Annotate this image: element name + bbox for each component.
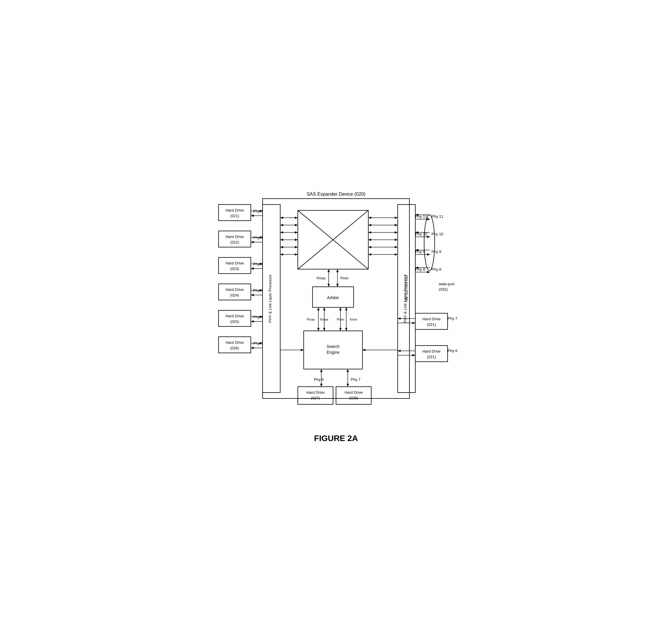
svg-text:Phy 8: Phy 8 [415,267,425,272]
svg-text:Arbiter: Arbiter [327,295,339,300]
svg-text:(028): (028) [349,396,358,400]
svg-rect-132 [415,313,448,329]
svg-marker-28 [323,307,326,310]
svg-text:Phy 11: Phy 11 [431,214,443,218]
svg-text:Hard Drive: Hard Drive [225,208,244,212]
svg-text:Kmin: Kmin [350,318,357,321]
svg-marker-61 [251,267,254,270]
svg-marker-75 [260,316,263,318]
svg-text:Hard Drive: Hard Drive [306,390,325,395]
svg-marker-59 [260,263,263,265]
svg-marker-45 [251,214,254,217]
svg-marker-176 [395,239,398,241]
svg-text:Pmax: Pmax [317,276,326,280]
svg-marker-149 [295,216,298,219]
svg-marker-179 [395,246,398,248]
svg-rect-6 [298,210,368,269]
svg-text:Phy 6: Phy 6 [448,349,457,353]
svg-text:Hard Drive: Hard Drive [422,317,440,321]
svg-marker-171 [368,224,371,226]
svg-text:(032): (032) [439,287,448,291]
svg-marker-152 [295,224,298,226]
svg-marker-112 [415,231,418,234]
svg-text:Pmin: Pmin [340,276,348,280]
svg-marker-155 [295,231,298,234]
svg-marker-144 [398,350,401,352]
svg-text:Phy 3: Phy 3 [253,288,263,293]
svg-marker-156 [280,231,283,234]
svg-text:Kmax: Kmax [320,318,329,321]
svg-point-128 [424,215,435,271]
svg-rect-101 [336,387,371,404]
svg-marker-150 [280,216,283,219]
svg-text:Hard Drive: Hard Drive [225,314,244,318]
svg-text:(023): (023) [230,266,239,271]
svg-text:Hard Drive: Hard Drive [225,234,244,239]
svg-text:(026): (026) [230,346,239,350]
svg-rect-98 [298,387,333,404]
svg-marker-85 [251,347,254,349]
svg-marker-173 [395,231,398,234]
svg-text:(027): (027) [311,396,320,400]
svg-marker-32 [339,307,342,310]
svg-marker-153 [280,224,283,226]
svg-text:Phy 9: Phy 9 [415,250,425,254]
svg-marker-53 [251,241,254,243]
svg-marker-15 [328,284,330,287]
svg-marker-170 [395,224,398,226]
svg-marker-23 [317,328,319,331]
svg-text:Phy 5: Phy 5 [253,341,263,346]
svg-text:Phy 11: Phy 11 [415,214,427,218]
svg-marker-106 [415,214,418,216]
svg-text:Engine: Engine [327,350,339,355]
svg-marker-164 [295,253,298,256]
svg-marker-31 [339,328,342,331]
svg-marker-24 [317,307,319,310]
svg-marker-96 [346,369,349,372]
svg-text:Hard Drive: Hard Drive [225,340,244,345]
svg-text:wide-port: wide-port [438,282,455,286]
svg-marker-118 [415,249,418,251]
svg-marker-77 [251,320,254,323]
svg-text:(024): (024) [230,293,239,297]
svg-rect-46 [218,231,251,247]
svg-marker-182 [395,253,398,256]
svg-text:Phy 1: Phy 1 [253,235,263,240]
svg-rect-38 [218,205,251,221]
svg-text:Phy 10: Phy 10 [431,232,443,236]
svg-rect-9 [312,287,354,307]
svg-text:Pmax: Pmax [307,318,315,321]
svg-text:(021): (021) [427,322,436,327]
svg-marker-146 [412,354,415,356]
svg-marker-126 [427,271,430,273]
svg-rect-11 [304,331,362,369]
svg-marker-159 [280,239,283,241]
svg-marker-36 [345,307,347,310]
svg-marker-158 [295,239,298,241]
svg-marker-83 [260,342,263,344]
svg-marker-69 [251,294,254,296]
svg-marker-27 [323,328,326,331]
svg-marker-87 [301,349,304,351]
svg-text:Phy 7: Phy 7 [351,377,360,382]
svg-rect-0 [263,199,409,398]
svg-text:PHY & Link Layer Processor: PHY & Link Layer Processor [403,274,407,323]
svg-text:Phy 4: Phy 4 [253,315,263,319]
svg-marker-89 [362,349,365,351]
svg-text:(021): (021) [427,355,436,359]
svg-marker-180 [368,246,371,248]
svg-marker-51 [260,236,263,239]
svg-marker-174 [368,231,371,234]
svg-marker-67 [260,289,263,291]
svg-text:Phy 8: Phy 8 [431,267,441,272]
svg-line-7 [298,210,368,269]
svg-marker-161 [295,246,298,248]
svg-marker-136 [398,317,401,320]
svg-marker-138 [412,322,415,324]
svg-rect-70 [218,310,251,326]
svg-marker-167 [395,216,398,219]
svg-marker-177 [368,239,371,241]
figure-title: FIGURE 2A [314,434,358,443]
svg-marker-35 [345,328,347,331]
svg-text:Hard Drive: Hard Drive [225,261,244,265]
